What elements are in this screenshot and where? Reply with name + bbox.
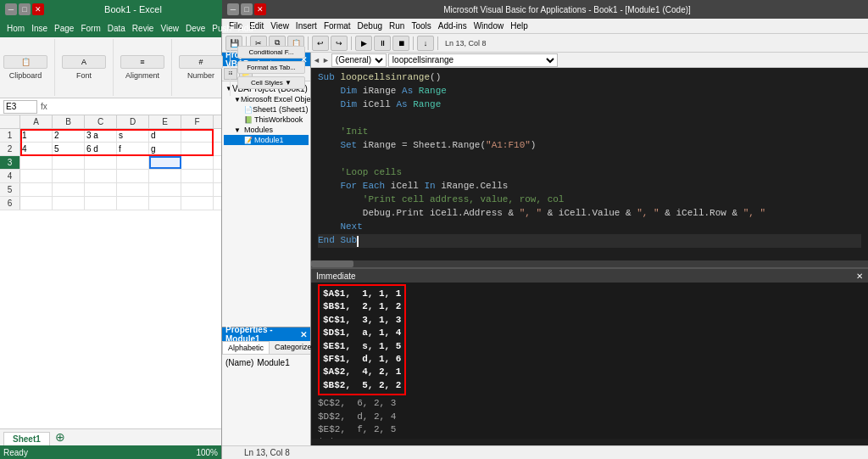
cell-b4[interactable] [53,170,85,182]
col-header-b[interactable]: B [53,115,85,128]
row-header-6[interactable]: 6 [0,197,20,210]
cell-b3[interactable] [53,156,85,169]
row-header-2[interactable]: 2 [0,143,20,155]
cell-e2[interactable]: g [149,143,181,155]
cell-d3[interactable] [117,156,149,169]
props-tab-alphabetic[interactable]: Alphabetic [222,341,270,354]
row-header-4[interactable]: 4 [0,170,20,182]
immediate-close-icon[interactable]: ✕ [856,271,863,281]
vba-menu-tools[interactable]: Tools [408,21,434,31]
excel-menu-page[interactable]: Page [51,24,77,33]
cell-c1[interactable]: 3 a [85,129,117,142]
cell-e3[interactable] [149,156,181,169]
proc-dropdown[interactable]: loopcellsinrange [388,53,558,67]
number-btn[interactable]: # [179,55,223,69]
vba-menu-format[interactable]: Format [320,21,354,31]
cell-b6[interactable] [53,197,85,210]
immediate-content[interactable]: $A$1, 1, 1, 1 $B$1, 2, 1, 2 $C$1, 3, 1, … [311,283,868,439]
excel-menu-view[interactable]: View [157,24,182,33]
cell-a3[interactable] [20,156,53,169]
vba-minimize-btn[interactable]: ─ [227,3,239,15]
vba-menu-addins[interactable]: Add-ins [435,21,470,31]
col-header-c[interactable]: C [85,115,117,128]
excel-maximize-btn[interactable]: □ [19,3,31,15]
row-header-5[interactable]: 5 [0,183,20,196]
immediate-input-area[interactable] [311,439,868,445]
cell-e4[interactable] [149,170,181,182]
vba-menu-help[interactable]: Help [507,21,531,31]
cell-a6[interactable] [20,197,53,210]
cell-c2[interactable]: 6 d [85,143,117,155]
add-sheet-btn[interactable]: ⊕ [50,428,70,445]
vba-menu-insert[interactable]: Insert [292,21,320,31]
format-table-btn[interactable]: Format as Tab... [237,61,305,74]
cell-c5[interactable] [85,183,117,196]
cell-c3[interactable] [85,156,117,169]
toolbar-step-btn[interactable]: ↓ [417,36,434,51]
cell-f3[interactable] [181,156,214,169]
toolbar-run-btn[interactable]: ▶ [355,36,372,51]
cell-f4[interactable] [181,170,214,182]
tree-item-sheet1[interactable]: 📄 Sheet1 (Sheet1) [224,104,309,115]
vba-menu-view[interactable]: View [267,21,292,31]
general-dropdown[interactable]: (General) [331,53,387,67]
toolbar-undo-btn[interactable]: ↩ [312,36,329,51]
vba-menu-window[interactable]: Window [470,21,508,31]
col-header-f[interactable]: F [181,115,214,128]
cell-d5[interactable] [117,183,149,196]
cell-f2[interactable] [181,143,214,155]
name-box[interactable] [3,100,37,114]
col-header-a[interactable]: A [20,115,53,128]
code-editor[interactable]: Sub loopcellsinrange() Dim iRange As Ran… [311,68,868,260]
toolbar-redo-btn[interactable]: ↪ [331,36,348,51]
cell-e1[interactable]: d [149,129,181,142]
vba-menu-run[interactable]: Run [386,21,408,31]
toolbar-break-btn[interactable]: ⏸ [374,36,391,51]
cell-a4[interactable] [20,170,53,182]
cell-styles-btn[interactable]: Cell Styles ▼ [237,76,305,89]
tree-item-thisworkbook[interactable]: 📗 ThisWorkbook [224,115,309,125]
cell-f5[interactable] [181,183,214,196]
cell-a1[interactable]: 1 [20,129,53,142]
row-header-1[interactable]: 1 [0,129,20,142]
clipboard-btn[interactable]: 📋 [3,55,47,69]
excel-minimize-btn[interactable]: ─ [5,3,17,15]
vba-menu-debug[interactable]: Debug [354,21,386,31]
excel-menu-add[interactable]: Add- [235,24,259,33]
cell-a2[interactable]: 4 [20,143,53,155]
vba-close-btn[interactable]: ✕ [254,3,266,15]
row-header-3[interactable]: 3 [0,156,20,169]
tree-item-module1[interactable]: 📝 Module1 [224,135,309,145]
formula-input[interactable] [51,100,218,114]
excel-menu-form[interactable]: Form [77,24,103,33]
cell-f6[interactable] [181,197,214,210]
vba-maximize-btn[interactable]: □ [241,3,253,15]
cell-e5[interactable] [149,183,181,196]
excel-menu-dev[interactable]: Deve [182,24,209,33]
cell-d2[interactable]: f [117,143,149,155]
scroll-thumb[interactable] [311,260,353,267]
excel-menu-insert[interactable]: Inse [28,24,51,33]
excel-menu-data[interactable]: Data [104,24,129,33]
code-scrollbar[interactable] [311,260,868,267]
properties-close-icon[interactable]: ✕ [300,330,307,339]
cell-d6[interactable] [117,197,149,210]
cell-a5[interactable] [20,183,53,196]
excel-menu-push[interactable]: Push [209,24,235,33]
excel-menu-home[interactable]: Hom [3,24,28,33]
alignment-btn[interactable]: ≡ [120,55,164,69]
cell-d4[interactable] [117,170,149,182]
excel-menu-review[interactable]: Revie [129,24,158,33]
cell-b1[interactable]: 2 [53,129,85,142]
font-btn[interactable]: A [62,55,106,69]
conditional-format-btn[interactable]: Conditional F... [237,46,305,59]
cell-c4[interactable] [85,170,117,182]
sheet-tab-sheet1[interactable]: Sheet1 [3,432,50,445]
toolbar-reset-btn[interactable]: ⏹ [392,36,409,51]
cell-e6[interactable] [149,197,181,210]
cell-d1[interactable]: s [117,129,149,142]
col-header-d[interactable]: D [117,115,149,128]
cell-c6[interactable] [85,197,117,210]
cell-b5[interactable] [53,183,85,196]
tree-item-excel-objects[interactable]: ▼ Microsoft Excel Obje [224,94,309,104]
